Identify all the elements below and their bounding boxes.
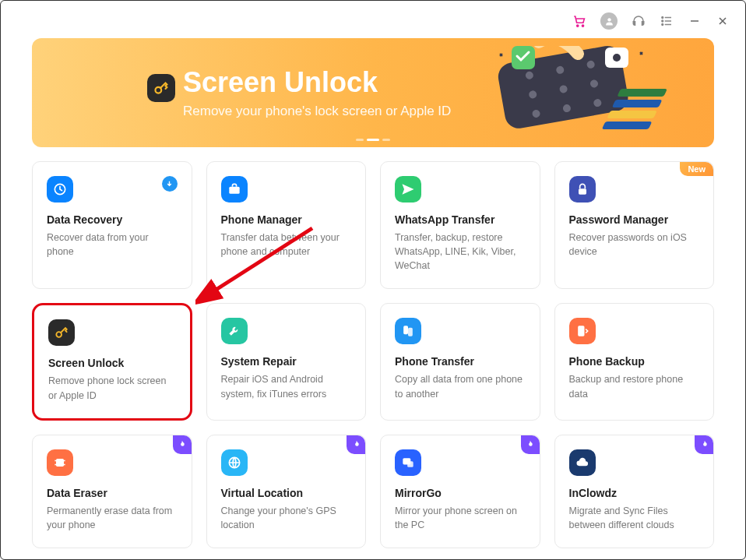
hot-badge-icon [695, 435, 713, 454]
banner-key-icon [147, 74, 175, 102]
svg-point-2 [607, 18, 611, 21]
card-title: MirrorGo [395, 487, 526, 499]
svg-rect-36 [578, 326, 584, 336]
card-desc: Remove phone lock screen or Apple ID [48, 374, 176, 402]
headset-icon[interactable] [632, 14, 646, 28]
minimize-button[interactable] [688, 14, 702, 28]
send-icon [395, 176, 421, 203]
card-desc: Mirror your phone screen on the PC [395, 504, 526, 532]
card-title: Virtual Location [221, 487, 352, 499]
card-phone-manager[interactable]: Phone Manager Transfer data between your… [206, 161, 367, 289]
card-desc: Copy all data from one phone to another [395, 372, 526, 400]
briefcase-icon [221, 176, 248, 203]
banner-title: Screen Unlock [183, 66, 451, 98]
card-screen-unlock[interactable]: Screen Unlock Remove phone lock screen o… [32, 303, 192, 420]
card-desc: Recover data from your phone [47, 231, 178, 259]
card-desc: Transfer data between your phone and com… [221, 231, 352, 259]
phone-transfer-icon [395, 318, 421, 344]
menu-list-icon[interactable] [660, 14, 674, 28]
svg-rect-29 [602, 122, 653, 129]
hero-banner[interactable]: Screen Unlock Remove your phone's lock s… [32, 38, 714, 147]
card-title: WhatsApp Transfer [395, 213, 526, 226]
svg-rect-44 [407, 461, 413, 467]
card-whatsapp-transfer[interactable]: WhatsApp Transfer Transfer, backup, rest… [380, 161, 540, 289]
key-icon [48, 319, 75, 346]
svg-point-5 [662, 20, 663, 22]
card-title: Data Eraser [47, 487, 178, 499]
svg-rect-34 [403, 326, 408, 335]
card-title: Password Manager [569, 213, 700, 226]
new-badge: New [680, 162, 713, 176]
card-virtual-location[interactable]: Virtual Location Change your phone's GPS… [206, 435, 367, 548]
app-window: Screen Unlock Remove your phone's lock s… [0, 0, 746, 560]
card-desc: Change your phone's GPS location [221, 504, 352, 532]
card-title: Phone Backup [569, 355, 700, 368]
feature-grid: Data Recovery Recover data from your pho… [1, 161, 745, 560]
download-badge-icon [162, 176, 178, 192]
card-desc: Recover passwords on iOS device [569, 231, 700, 259]
clock-recovery-icon [47, 176, 73, 203]
card-desc: Repair iOS and Android system, fix iTune… [221, 372, 352, 400]
card-title: Screen Unlock [48, 357, 176, 369]
svg-point-3 [662, 17, 663, 19]
user-icon[interactable] [600, 12, 618, 30]
card-data-recovery[interactable]: Data Recovery Recover data from your pho… [32, 161, 192, 289]
cloud-sync-icon [569, 449, 596, 476]
svg-rect-31 [229, 187, 239, 194]
chip-icon [47, 449, 73, 476]
svg-point-0 [577, 25, 579, 26]
banner-pagination[interactable] [356, 139, 390, 141]
backup-icon [569, 318, 596, 344]
banner-subtitle: Remove your phone's lock screen or Apple… [183, 104, 451, 119]
card-desc: Migrate and Sync Files between different… [569, 504, 700, 532]
svg-rect-35 [408, 328, 413, 336]
svg-rect-26 [617, 89, 667, 97]
globe-icon [221, 449, 248, 476]
card-title: Data Recovery [47, 213, 178, 226]
card-title: Phone Transfer [395, 355, 526, 368]
svg-point-1 [582, 25, 583, 26]
card-phone-backup[interactable]: Phone Backup Backup and restore phone da… [554, 303, 715, 420]
hot-badge-icon [521, 435, 540, 454]
card-data-eraser[interactable]: Data Eraser Permanently erase data from … [32, 435, 192, 548]
svg-rect-37 [56, 459, 64, 467]
svg-rect-32 [579, 188, 586, 195]
banner-illustration [488, 46, 683, 139]
svg-point-7 [662, 24, 663, 26]
card-title: InClowdz [569, 487, 700, 499]
card-desc: Backup and restore phone data [569, 372, 700, 400]
hot-badge-icon [347, 435, 365, 454]
card-password-manager[interactable]: New Password Manager Recover passwords o… [554, 161, 715, 289]
titlebar [1, 1, 745, 38]
hot-badge-icon [173, 435, 192, 454]
lock-icon [569, 176, 596, 203]
card-title: Phone Manager [221, 213, 352, 226]
card-phone-transfer[interactable]: Phone Transfer Copy all data from one ph… [380, 303, 540, 420]
card-desc: Permanently erase data from your phone [47, 504, 178, 532]
card-system-repair[interactable]: System Repair Repair iOS and Android sys… [206, 303, 367, 420]
svg-rect-27 [612, 100, 663, 107]
card-mirrorgo[interactable]: MirrorGo Mirror your phone screen on the… [380, 435, 540, 548]
card-inclowdz[interactable]: InClowdz Migrate and Sync Files between … [554, 435, 715, 548]
svg-rect-28 [607, 111, 657, 118]
svg-point-25 [613, 54, 621, 62]
card-desc: Transfer, backup, restore WhatsApp, LINE… [395, 231, 526, 273]
card-title: System Repair [221, 355, 352, 368]
cart-icon[interactable] [572, 14, 586, 28]
mirror-icon [395, 449, 421, 476]
close-button[interactable] [716, 14, 730, 28]
wrench-icon [221, 318, 248, 344]
